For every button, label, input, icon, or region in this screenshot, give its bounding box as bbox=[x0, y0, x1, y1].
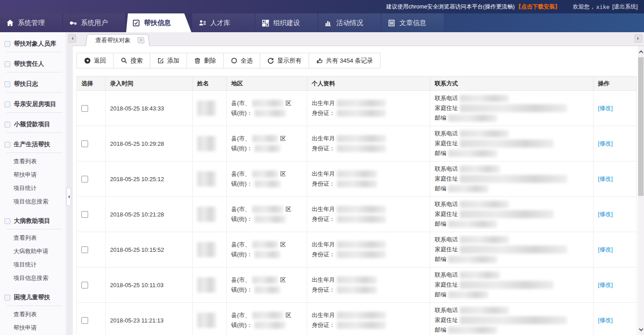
sidebar-item-帮扶申请[interactable]: 帮扶申请 bbox=[0, 321, 66, 335]
sidebar-group-5[interactable]: 小额贷款项目 bbox=[0, 116, 66, 131]
scrollbar-thumb[interactable] bbox=[638, 57, 644, 196]
table-row: 2018-05-25 10:21:28 县(市、区 镇(街)： 出生年月 身份证… bbox=[77, 197, 637, 232]
redacted-value bbox=[337, 241, 386, 248]
redacted-name bbox=[197, 171, 216, 187]
redacted-name bbox=[197, 313, 216, 328]
table-header-row: 选择录入时间姓名地区个人资料联系方式操作 bbox=[77, 76, 637, 91]
redacted-name bbox=[197, 101, 216, 116]
redacted-value bbox=[337, 312, 386, 319]
toolbar-button-4[interactable]: 删除 bbox=[187, 53, 224, 68]
redacted-value bbox=[254, 110, 286, 117]
sidebar-group-1[interactable]: 帮扶对象人员库 bbox=[0, 36, 66, 51]
sidebar-group-8[interactable]: 困境儿童帮扶 bbox=[0, 289, 66, 305]
article-icon bbox=[388, 19, 395, 27]
sidebar-item-项目信息搜索[interactable]: 项目信息搜索 bbox=[0, 195, 66, 208]
row-checkbox[interactable] bbox=[81, 317, 88, 324]
row-checkbox[interactable] bbox=[81, 105, 88, 112]
nav-item-5[interactable]: 组织建设 bbox=[255, 13, 318, 32]
sidebar-item-项目统计[interactable]: 项目统计 bbox=[0, 182, 66, 195]
redacted-value bbox=[337, 170, 377, 178]
chevron-down-icon bbox=[4, 41, 10, 47]
nav-item-3[interactable]: 帮扶信息 bbox=[126, 13, 191, 32]
redacted-value bbox=[448, 291, 488, 298]
cell-personal: 出生年月 身份证： bbox=[307, 267, 430, 303]
nav-item-label: 文章信息 bbox=[399, 19, 426, 27]
edit-link[interactable]: [修改] bbox=[598, 211, 613, 217]
edit-link[interactable]: [修改] bbox=[598, 175, 613, 182]
sidebar-group-6[interactable]: 生产生活帮扶 bbox=[0, 136, 66, 152]
redacted-value bbox=[460, 316, 567, 324]
toolbar-button-6[interactable]: 显示所有 bbox=[260, 53, 309, 68]
nav-item-label: 组织建设 bbox=[273, 19, 300, 27]
chevron-down-icon bbox=[4, 102, 10, 107]
redacted-value bbox=[337, 145, 386, 152]
row-checkbox[interactable] bbox=[81, 282, 88, 288]
sidebar-group-3[interactable]: 帮扶日志 bbox=[0, 76, 66, 91]
redacted-value bbox=[460, 95, 509, 102]
column-header: 录入时间 bbox=[106, 76, 193, 91]
browser-notice: 建议使用chrome安全浏览器访问本平台(操作更流畅) bbox=[386, 3, 515, 11]
nav-item-label: 人才库 bbox=[210, 19, 230, 27]
row-checkbox[interactable] bbox=[81, 211, 88, 218]
tab-view-help-objects[interactable]: 查看帮扶对象 × bbox=[85, 34, 150, 46]
redacted-value bbox=[460, 246, 567, 254]
sidebar-item-大病救助申请[interactable]: 大病救助申请 bbox=[0, 245, 66, 258]
toolbar-button-7[interactable]: 共有 3454 条记录 bbox=[309, 53, 380, 68]
main-nav: 系统管理 系统用户 帮扶信息 人才库 组织建设 活动情况 文章信息 bbox=[0, 13, 644, 32]
row-checkbox[interactable] bbox=[81, 246, 88, 253]
chevron-down-icon bbox=[4, 61, 10, 67]
toolbar-button-1[interactable]: 返回 bbox=[77, 53, 114, 68]
sidebar-item-项目统计[interactable]: 项目统计 bbox=[0, 258, 66, 271]
redacted-value bbox=[460, 281, 554, 289]
edit-link[interactable]: [修改] bbox=[598, 281, 613, 288]
vertical-scrollbar[interactable] bbox=[638, 46, 644, 335]
edit-link[interactable]: [修改] bbox=[598, 317, 613, 323]
nav-item-2[interactable]: 系统用户 bbox=[63, 13, 125, 32]
redacted-value bbox=[460, 307, 509, 314]
redacted-name bbox=[197, 242, 216, 257]
delete-icon bbox=[194, 57, 201, 64]
nav-item-7[interactable]: 文章信息 bbox=[381, 13, 444, 32]
tabstrip-scroll-left-button[interactable] bbox=[68, 34, 76, 42]
toolbar-button-2[interactable]: 搜索 bbox=[114, 53, 150, 68]
tab-close-icon[interactable]: × bbox=[137, 37, 144, 43]
nav-item-1[interactable]: 系统管理 bbox=[0, 13, 62, 32]
logout-link[interactable]: [退出系统] bbox=[612, 3, 638, 11]
toolbar-button-3[interactable]: 添加 bbox=[150, 53, 187, 68]
download-install-link[interactable]: 【点击下载安装】 bbox=[516, 3, 560, 11]
scroll-down-button[interactable] bbox=[638, 324, 644, 335]
sidebar-item-帮扶申请[interactable]: 帮扶申请 bbox=[0, 168, 66, 182]
tabstrip-scroll-right-button[interactable] bbox=[635, 34, 642, 42]
cell-contact: 联系电话 家庭住址 邮编 bbox=[430, 197, 593, 232]
redacted-value bbox=[460, 236, 509, 243]
sidebar-group-4[interactable]: 母亲安居房项目 bbox=[0, 96, 66, 111]
toolbar-button-5[interactable]: 全选 bbox=[224, 53, 260, 68]
edit-link[interactable]: [修改] bbox=[598, 140, 613, 147]
sidebar-group-2[interactable]: 帮扶责任人 bbox=[0, 56, 66, 71]
row-checkbox[interactable] bbox=[81, 176, 88, 182]
sidebar-group-7[interactable]: 大病救助项目 bbox=[0, 213, 66, 228]
redacted-value bbox=[337, 322, 386, 329]
nav-item-6[interactable]: 活动情况 bbox=[318, 13, 381, 32]
table-row: 2018-05-25 10:25:12 县(市、区 镇(街)： 出生年月 身份证… bbox=[77, 161, 637, 197]
table-row: 2018-05-25 10:11:03 县(市、区 镇(街)： 出生年月 身份证… bbox=[77, 267, 637, 303]
cell-region: 县(市、区 镇(街)： bbox=[227, 232, 307, 267]
sidebar-item-查看列表[interactable]: 查看列表 bbox=[0, 155, 66, 168]
back-icon bbox=[84, 57, 91, 64]
column-header: 个人资料 bbox=[307, 76, 430, 91]
cell-region: 县(市、区 镇(街)： bbox=[227, 126, 307, 161]
scroll-up-button[interactable] bbox=[638, 46, 644, 57]
edit-link[interactable]: [修改] bbox=[598, 105, 613, 111]
sidebar-item-查看列表[interactable]: 查看列表 bbox=[0, 308, 66, 321]
sidebar-item-查看列表[interactable]: 查看列表 bbox=[0, 231, 66, 245]
sidebar-item-项目信息搜索[interactable]: 项目信息搜索 bbox=[0, 271, 66, 285]
sidebar-collapse-handle[interactable] bbox=[66, 188, 71, 206]
redacted-value bbox=[252, 206, 284, 213]
checklist-icon bbox=[132, 19, 140, 27]
welcome-text: 欢迎您， bbox=[573, 3, 595, 11]
edit-link[interactable]: [修改] bbox=[598, 246, 613, 253]
row-checkbox[interactable] bbox=[81, 140, 88, 147]
nav-item-4[interactable]: 人才库 bbox=[192, 13, 254, 32]
refresh-icon bbox=[267, 57, 274, 64]
redacted-name bbox=[197, 277, 216, 293]
